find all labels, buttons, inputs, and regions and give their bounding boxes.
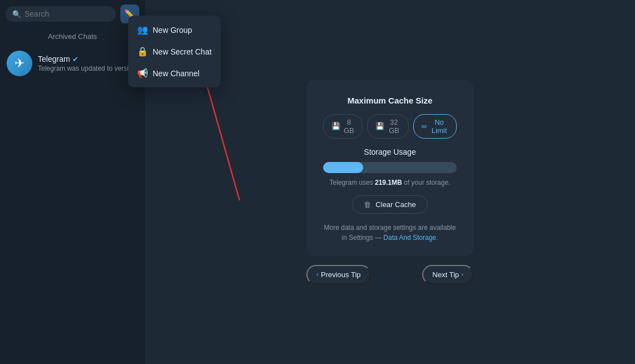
storage-bar-background <box>323 162 457 173</box>
storage-amount: 219.1MB <box>375 179 402 186</box>
data-and-storage-link[interactable]: Data And Storage <box>383 234 436 242</box>
new-secret-chat-label: New Secret Chat <box>153 47 212 56</box>
sidebar-header: 🔍 Search ✏️ <box>0 0 145 28</box>
archived-chats-label: Archived Chats <box>48 32 97 41</box>
storage-prefix: Telegram uses <box>330 179 375 186</box>
archived-chats-bar[interactable]: Archived Chats <box>0 28 145 45</box>
dropdown-item-new-secret-chat[interactable]: 🔒 New Secret Chat <box>128 41 221 62</box>
card-footer: ‹ Previous Tip Next Tip › <box>306 265 473 284</box>
clear-cache-button[interactable]: 🗑 Clear Cache <box>352 195 427 214</box>
storage-bar-fill <box>323 162 363 173</box>
chat-item-telegram[interactable]: ✈ Telegram ✔ 10 Telegram was updated to … <box>0 45 145 82</box>
new-secret-chat-icon: 🔒 <box>137 46 147 57</box>
search-label: Search <box>25 9 49 18</box>
new-group-icon: 👥 <box>137 24 147 35</box>
storage-usage-text: Telegram uses 219.1MB of your storage. <box>330 179 451 186</box>
clear-cache-label: Clear Cache <box>375 200 416 209</box>
cache-option-32gb-label: 32 GB <box>388 118 400 135</box>
storage-suffix: of your storage. <box>402 179 451 186</box>
cache-option-8gb[interactable]: 💾 8 GB <box>323 114 363 139</box>
next-tip-button[interactable]: Next Tip › <box>422 265 473 284</box>
cache-option-no-limit[interactable]: ∞ No Limit <box>413 114 457 139</box>
cache-option-8gb-label: 8 GB <box>344 118 354 135</box>
dropdown-menu: 👥 New Group 🔒 New Secret Chat 📢 New Chan… <box>128 16 221 87</box>
next-tip-label: Next Tip <box>432 270 459 279</box>
telegram-avatar-icon: ✈ <box>14 56 25 71</box>
dropdown-item-new-channel[interactable]: 📢 New Channel <box>128 62 221 84</box>
verified-badge-icon: ✔ <box>72 55 79 63</box>
infinity-icon: ∞ <box>422 122 427 130</box>
settings-hint-text: More data and storage settings are avail… <box>323 223 457 243</box>
disk-icon-32gb: 💾 <box>375 122 384 130</box>
chat-preview: Telegram was updated to version 8.7.1 (2… <box>38 65 138 72</box>
new-channel-label: New Channel <box>153 69 199 78</box>
chevron-right-icon: › <box>461 270 463 278</box>
cache-card-title: Maximum Cache Size <box>348 96 433 105</box>
storage-section: Storage Usage Telegram uses 219.1MB of y… <box>323 147 457 186</box>
search-icon: 🔍 <box>12 10 21 18</box>
cache-option-no-limit-label: No Limit <box>430 118 448 135</box>
previous-tip-label: Previous Tip <box>321 270 361 279</box>
cache-option-32gb[interactable]: 💾 32 GB <box>367 114 409 139</box>
cache-options: 💾 8 GB 💾 32 GB ∞ No Limit <box>323 114 457 139</box>
disk-icon-8gb: 💾 <box>331 122 340 130</box>
chat-info: Telegram ✔ 10 Telegram was updated to ve… <box>38 55 138 72</box>
new-channel-icon: 📢 <box>137 68 147 78</box>
chevron-left-icon: ‹ <box>316 270 319 278</box>
search-bar[interactable]: 🔍 Search <box>6 6 116 22</box>
storage-title: Storage Usage <box>364 147 416 156</box>
new-group-label: New Group <box>153 26 192 35</box>
sidebar: 🔍 Search ✏️ Archived Chats ✈ Telegram ✔ … <box>0 0 145 364</box>
dropdown-item-new-group[interactable]: 👥 New Group <box>128 19 221 41</box>
settings-hint-suffix: . <box>436 234 438 242</box>
cache-card: Maximum Cache Size 💾 8 GB 💾 32 GB ∞ No L… <box>306 80 473 256</box>
trash-icon: 🗑 <box>364 200 371 209</box>
previous-tip-button[interactable]: ‹ Previous Tip <box>306 265 371 284</box>
chat-name-row: Telegram ✔ 10 <box>38 55 138 63</box>
avatar: ✈ <box>7 51 32 76</box>
chat-name: Telegram <box>38 55 70 63</box>
